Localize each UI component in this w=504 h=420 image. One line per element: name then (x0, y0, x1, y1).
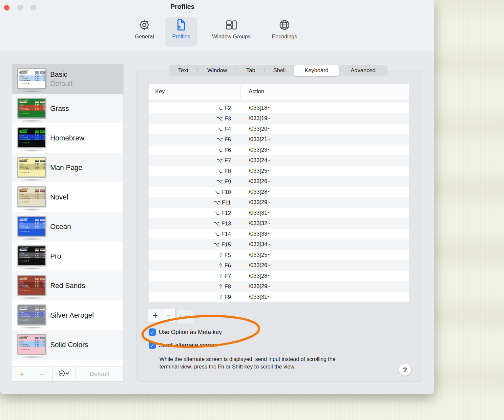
profile-labels: BasicDefault (50, 64, 73, 94)
profile-labels: Grass (50, 94, 69, 123)
profile-row-red-sands[interactable]: Terminal#COMMAND%CPURPRVTtop4.1%231KXcod… (12, 271, 123, 301)
terminal-preview-row: loginwindow0.0%4M (19, 345, 46, 347)
terminal-preview-cell: 0.0% (31, 227, 39, 229)
action-cell: \033[19~ (240, 115, 271, 122)
remove-profile-button[interactable]: − (32, 367, 52, 381)
tab-window[interactable]: Window (198, 65, 237, 76)
gear-icon (138, 17, 151, 33)
profile-row-solid-colors[interactable]: Terminal#COMMAND%CPURPRVTtop4.1%231KXcod… (12, 330, 123, 360)
key-mapping-row[interactable]: ⌥ F8\033[25~ (149, 166, 409, 176)
terminal-preview: Terminal#COMMAND%CPURPRVTtop4.1%231KXcod… (19, 217, 46, 236)
key-mapping-row[interactable]: ⇧ F5\033[25~ (149, 250, 409, 260)
key-mapping-row[interactable]: ⌥ F6\033[23~ (149, 145, 409, 155)
profile-thumbnail: Terminal#COMMAND%CPURPRVTtop4.1%231KXcod… (17, 157, 46, 178)
profile-row-grass[interactable]: Terminal#COMMAND%CPURPRVTtop4.1%231KXcod… (12, 94, 123, 123)
thumbnail-shadow (19, 120, 45, 122)
key-cell: ⌥ F3 (149, 115, 240, 122)
toolbar-item-label: Encodings (272, 33, 297, 40)
terminal-preview-cell: 4M (39, 227, 45, 229)
tab-text[interactable]: Text (169, 65, 197, 76)
tab-keyboard[interactable]: Keyboard (294, 65, 339, 76)
key-mapping-row[interactable]: ⌥ F14\033[33~ (149, 229, 409, 239)
toolbar-item-general[interactable]: General (131, 17, 158, 47)
key-mapping-row[interactable]: ⌥ F5\033[21~ (149, 134, 409, 145)
scroll-alternate-screen-checkbox[interactable] (149, 342, 156, 349)
key-mapping-row[interactable]: ⌥ F3\033[19~ (149, 113, 409, 124)
key-mapping-row[interactable]: ⌥ F9\033[26~ (149, 176, 409, 187)
action-cell: \033[31~ (240, 210, 271, 216)
key-mapping-row[interactable]: ⌥ F10\033[28~ (149, 187, 409, 197)
terminal-preview-row: loginwindow0.0%4M (19, 168, 46, 170)
key-cell: ⌥ F13 (149, 220, 240, 227)
key-cell: ⌥ F4 (149, 126, 240, 133)
checkbox-label: Use Option as Meta key (159, 329, 222, 336)
terminal-preview-cell: 0.0% (31, 286, 39, 288)
key-mapping-row[interactable]: ⌥ F12\033[31~ (149, 208, 409, 218)
key-cell: ⌥ F12 (149, 210, 240, 217)
action-cell: \033[34~ (240, 241, 271, 248)
profile-row-basic[interactable]: Terminal#COMMAND%CPURPRVTtop4.1%231KXcod… (12, 64, 123, 94)
edit-key-mapping-button[interactable]: Edit (177, 310, 193, 324)
add-key-mapping-button[interactable]: + (148, 309, 162, 322)
toolbar-item-window-groups[interactable]: Window Groups (204, 17, 259, 47)
terminal-preview-cell: 4M (39, 198, 45, 200)
profile-row-silver-aerogel[interactable]: Terminal#COMMAND%CPURPRVTtop4.1%231KXcod… (12, 301, 123, 330)
use-option-as-meta-key-checkbox[interactable] (149, 328, 156, 336)
terminal-preview-cell: 4M (39, 168, 45, 170)
key-mapping-row[interactable]: ⇧ F9\033[31~ (149, 292, 409, 302)
profile-name: Ocean (50, 223, 71, 231)
help-button[interactable]: ? (399, 364, 411, 376)
terminal-preferences-window: Profiles GeneralProfilesWindow GroupsEnc… (0, 0, 434, 394)
profile-row-man-page[interactable]: Terminal#COMMAND%CPURPRVTtop4.1%231KXcod… (12, 153, 123, 182)
profile-row-homebrew[interactable]: Terminal#COMMAND%CPURPRVTtop4.1%231KXcod… (12, 123, 123, 153)
terminal-preview-prompt: Terminal # (19, 348, 46, 350)
terminal-preview-prompt: Terminal # (19, 201, 46, 203)
action-cell: \033[31~ (240, 294, 271, 300)
profile-name: Homebrew (50, 134, 84, 142)
terminal-preview-cell: 4M (39, 286, 45, 288)
terminal-preview-row: loginwindow0.0%4M (19, 138, 46, 140)
column-divider[interactable] (240, 86, 241, 98)
key-mapping-row[interactable]: ⌥ F11\033[29~ (149, 197, 409, 208)
key-mapping-row[interactable]: ⌥ F2\033[18~ (149, 103, 409, 113)
key-mapping-row[interactable]: ⇧ F7\033[28~ (149, 271, 409, 281)
key-mapping-row[interactable]: ⌥ F13\033[32~ (149, 218, 409, 229)
key-mapping-row[interactable]: ⌥ F4\033[20~ (149, 124, 409, 134)
key-mapping-row[interactable]: ⌥ F15\033[34~ (149, 239, 409, 250)
key-mapping-row[interactable]: ⇧ F6\033[26~ (149, 260, 409, 271)
terminal-preview: Terminal#COMMAND%CPURPRVTtop4.1%231KXcod… (19, 188, 46, 206)
profile-row-ocean[interactable]: Terminal#COMMAND%CPURPRVTtop4.1%231KXcod… (12, 212, 123, 242)
terminal-preview-row: loginwindow0.0%4M (19, 316, 46, 318)
sidebar-footer: + − Default (12, 367, 123, 381)
terminal-preview-cell: 0.0% (31, 79, 39, 81)
key-mapping-row[interactable]: ⇧ F8\033[29~ (149, 281, 409, 292)
thumbnail-shadow (19, 297, 45, 299)
tab-tab[interactable]: Tab (237, 65, 264, 76)
terminal-preview-cell: 0.0% (31, 168, 39, 170)
ellipsis-menu-icon (57, 369, 71, 379)
key-mapping-row[interactable]: ⌥ F7\033[24~ (149, 155, 409, 166)
profile-subtitle: Default (50, 80, 73, 88)
terminal-preview-prompt: Terminal # (19, 171, 46, 173)
set-default-button[interactable]: Default (75, 367, 123, 381)
tab-advanced[interactable]: Advanced (339, 65, 387, 76)
use-option-as-meta-key-row: Use Option as Meta key (149, 328, 222, 336)
toolbar-item-encodings[interactable]: Encodings (266, 17, 303, 47)
terminal-preview-row: loginwindow0.0%4M (19, 286, 46, 288)
terminal-preview-cell: loginwindow (20, 316, 31, 318)
remove-key-mapping-button[interactable]: − (162, 309, 176, 322)
key-cell: ⇧ F8 (149, 283, 240, 290)
action-cell: \033[20~ (240, 126, 271, 132)
terminal-preview: Terminal#COMMAND%CPURPRVTtop4.1%231KXcod… (19, 158, 46, 177)
add-profile-button[interactable]: + (12, 367, 32, 381)
profile-labels: Homebrew (50, 123, 84, 153)
profile-row-pro[interactable]: Terminal#COMMAND%CPURPRVTtop4.1%231KXcod… (12, 242, 123, 271)
terminal-preview-prompt: Terminal # (19, 83, 46, 85)
tab-shell[interactable]: Shell (265, 65, 294, 76)
profile-actions-menu-button[interactable] (52, 367, 75, 381)
window-groups-icon (225, 17, 238, 33)
profile-thumbnail: Terminal#COMMAND%CPURPRVTtop4.1%231KXcod… (17, 275, 46, 296)
toolbar-item-profiles[interactable]: Profiles (165, 17, 197, 47)
profile-row-novel[interactable]: Terminal#COMMAND%CPURPRVTtop4.1%231KXcod… (12, 182, 123, 212)
profile-thumbnail: Terminal#COMMAND%CPURPRVTtop4.1%231KXcod… (17, 98, 46, 118)
